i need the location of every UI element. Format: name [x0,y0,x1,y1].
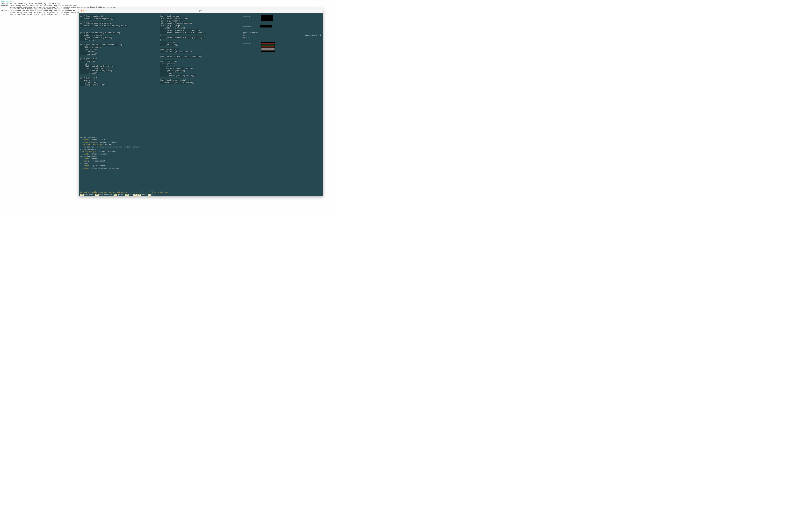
qemu-screen[interactable]: (def (wait keyboard) (while (= 0 (key ke… [79,13,323,196]
key-desc: word> [141,193,148,196]
key-desc: run sandbox [99,193,113,196]
sidebar: screen: keyboard: (task screen) ... trac… [243,15,321,53]
key-desc: go to [118,193,125,196]
screen2-label: screen: [243,42,255,45]
terminal-cursor [1,15,2,17]
key-desc: >> [151,193,155,196]
screen-preview-output [261,42,275,52]
keyboard-label: keyboard: [243,25,255,28]
keyword-reference: fn set if while cons car cdr no not and … [80,191,168,193]
eval-result: => 17 [243,37,321,39]
key-a[interactable]: ^a [125,193,129,196]
key-e[interactable]: ^e [148,193,151,196]
screen-preview-empty [261,15,273,21]
window-title: QEMU [79,10,323,12]
close-icon[interactable] [81,10,82,12]
window-titlebar[interactable]: QEMU [79,8,323,13]
key-desc: ^fword>^e>> [138,193,156,196]
eval-expression: (task screen) [243,32,321,34]
keybar: ^rrun main^srun sandbox^ggo to^a<<^b^fwo… [80,193,156,196]
terminal-prompt: mac:~/play/mu [1,1,335,3]
key-g[interactable]: ^g [114,193,117,196]
maximize-icon [85,10,87,12]
key-desc: run main [84,193,95,196]
key-f[interactable]: ^f [138,193,141,196]
key-b[interactable]: ^b [134,193,137,196]
code-column-2[interactable]: (def (task screen) (let width (width scr… [160,15,238,84]
help-reference: cursor graphics print: screen a -> a lin… [80,134,140,172]
keyboard-preview [260,25,272,27]
terminal-auto-1: Automatically detecting the format is da… [1,6,335,8]
screen-label: screen: [243,15,255,18]
terminal-warning-1: WARNING: Image format was not specified … [1,5,335,6]
terminal-command: qemu-system-i386 -accel tcg -m 2G -hda c… [1,3,335,5]
minimize-icon[interactable] [83,10,84,12]
eval-dots: ... [243,34,246,37]
code-column-1[interactable]: (def (wait keyboard) (while (= 0 (key ke… [80,15,160,86]
key-s[interactable]: ^s [95,193,99,196]
trace-depth: trace depth: 4 [305,34,321,37]
qemu-window[interactable]: QEMU (def (wait keyboard) (while (= 0 (k… [79,8,323,196]
key-desc: << [129,193,133,196]
key-r[interactable]: ^r [80,193,84,196]
